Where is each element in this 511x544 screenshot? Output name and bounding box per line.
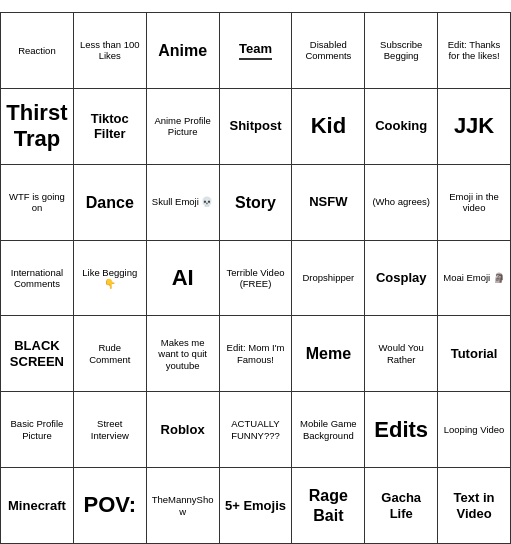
bingo-cell-25[interactable]: Dropshipper: [292, 241, 365, 317]
cell-text-25: Dropshipper: [302, 272, 354, 283]
bingo-cell-1[interactable]: Less than 100 Likes: [74, 13, 147, 89]
bingo-cell-41[interactable]: Looping Video: [438, 392, 511, 468]
bingo-cell-19[interactable]: (Who agrees): [365, 165, 438, 241]
bingo-cell-16[interactable]: Skull Emoji 💀: [147, 165, 220, 241]
cell-text-28: BLACK SCREEN: [4, 338, 70, 369]
cell-text-10: Shitpost: [229, 118, 281, 134]
cell-text-37: Roblox: [161, 422, 205, 438]
cell-text-9: Anime Profile Picture: [150, 115, 216, 138]
cell-text-16: Skull Emoji 💀: [152, 196, 214, 207]
bingo-cell-20[interactable]: Emoji in the video: [438, 165, 511, 241]
cell-text-48: Text in Video: [441, 490, 507, 521]
cell-text-46: Rage Bait: [295, 486, 361, 524]
cell-text-44: TheMannyShow: [150, 494, 216, 517]
bingo-cell-38[interactable]: ACTUALLY FUNNY???: [220, 392, 293, 468]
bingo-cell-45[interactable]: 5+ Emojis: [220, 468, 293, 544]
bingo-cell-33[interactable]: Would You Rather: [365, 316, 438, 392]
bingo-cell-3[interactable]: Team: [220, 13, 293, 89]
cell-text-27: Moai Emoji 🗿: [443, 272, 505, 283]
bingo-cell-31[interactable]: Edit: Mom I'm Famous!: [220, 316, 293, 392]
bingo-cell-21[interactable]: International Comments: [1, 241, 74, 317]
bingo-cell-17[interactable]: Story: [220, 165, 293, 241]
cell-text-45: 5+ Emojis: [225, 498, 286, 514]
cell-text-13: JJK: [454, 113, 494, 139]
bingo-cell-28[interactable]: BLACK SCREEN: [1, 316, 74, 392]
bingo-cell-9[interactable]: Anime Profile Picture: [147, 89, 220, 165]
bingo-cell-46[interactable]: Rage Bait: [292, 468, 365, 544]
cell-text-35: Basic Profile Picture: [4, 418, 70, 441]
bingo-grid: ReactionLess than 100 LikesAnimeTeamDisa…: [0, 12, 511, 544]
bingo-cell-39[interactable]: Mobile Game Background: [292, 392, 365, 468]
cell-text-11: Kid: [311, 113, 346, 139]
bingo-cell-22[interactable]: Like Begging 👇: [74, 241, 147, 317]
bingo-cell-26[interactable]: Cosplay: [365, 241, 438, 317]
cell-text-30: Makes me want to quit youtube: [150, 337, 216, 371]
bingo-cell-6[interactable]: Edit: Thanks for the likes!: [438, 13, 511, 89]
cell-text-15: Dance: [86, 193, 134, 212]
bingo-cell-30[interactable]: Makes me want to quit youtube: [147, 316, 220, 392]
bingo-cell-37[interactable]: Roblox: [147, 392, 220, 468]
bingo-cell-32[interactable]: Meme: [292, 316, 365, 392]
cell-text-34: Tutorial: [451, 346, 498, 362]
cell-text-4: Disabled Comments: [295, 39, 361, 62]
cell-text-1: Less than 100 Likes: [77, 39, 143, 62]
bingo-cell-27[interactable]: Moai Emoji 🗿: [438, 241, 511, 317]
cell-text-41: Looping Video: [444, 424, 505, 435]
cell-text-21: International Comments: [4, 267, 70, 290]
bingo-cell-14[interactable]: WTF is going on: [1, 165, 74, 241]
cell-text-23: AI: [172, 265, 194, 291]
cell-text-36: Street Interview: [77, 418, 143, 441]
bingo-cell-48[interactable]: Text in Video: [438, 468, 511, 544]
bingo-cell-11[interactable]: Kid: [292, 89, 365, 165]
bingo-cell-29[interactable]: Rude Comment: [74, 316, 147, 392]
bingo-cell-4[interactable]: Disabled Comments: [292, 13, 365, 89]
bingo-cell-7[interactable]: Thirst Trap: [1, 89, 74, 165]
bingo-cell-40[interactable]: Edits: [365, 392, 438, 468]
bingo-cell-47[interactable]: Gacha Life: [365, 468, 438, 544]
cell-text-3: Team: [239, 41, 272, 61]
bingo-cell-23[interactable]: AI: [147, 241, 220, 317]
cell-text-17: Story: [235, 193, 276, 212]
cell-text-7: Thirst Trap: [4, 100, 70, 153]
bingo-cell-44[interactable]: TheMannyShow: [147, 468, 220, 544]
bingo-cell-34[interactable]: Tutorial: [438, 316, 511, 392]
cell-text-18: NSFW: [309, 194, 347, 210]
cell-text-43: POV:: [83, 492, 136, 518]
bingo-cell-24[interactable]: Terrible Video (FREE): [220, 241, 293, 317]
cell-text-47: Gacha Life: [368, 490, 434, 521]
cell-text-32: Meme: [306, 344, 351, 363]
cell-text-12: Cooking: [375, 118, 427, 134]
cell-text-24: Terrible Video (FREE): [223, 267, 289, 290]
cell-text-39: Mobile Game Background: [295, 418, 361, 441]
cell-text-33: Would You Rather: [368, 342, 434, 365]
bingo-cell-0[interactable]: Reaction: [1, 13, 74, 89]
cell-text-20: Emoji in the video: [441, 191, 507, 214]
bingo-cell-5[interactable]: Subscribe Begging: [365, 13, 438, 89]
cell-text-38: ACTUALLY FUNNY???: [223, 418, 289, 441]
bingo-cell-15[interactable]: Dance: [74, 165, 147, 241]
cell-text-22: Like Begging 👇: [77, 267, 143, 290]
bingo-cell-13[interactable]: JJK: [438, 89, 511, 165]
bingo-cell-36[interactable]: Street Interview: [74, 392, 147, 468]
bingo-cell-43[interactable]: POV:: [74, 468, 147, 544]
cell-text-31: Edit: Mom I'm Famous!: [223, 342, 289, 365]
cell-text-29: Rude Comment: [77, 342, 143, 365]
bingo-cell-35[interactable]: Basic Profile Picture: [1, 392, 74, 468]
cell-text-26: Cosplay: [376, 270, 427, 286]
bingo-cell-42[interactable]: Minecraft: [1, 468, 74, 544]
cell-text-19: (Who agrees): [372, 196, 430, 207]
cell-text-2: Anime: [158, 41, 207, 60]
title-row: [0, 0, 511, 12]
bingo-cell-10[interactable]: Shitpost: [220, 89, 293, 165]
cell-text-8: Tiktoc Filter: [77, 111, 143, 142]
cell-text-14: WTF is going on: [4, 191, 70, 214]
cell-text-6: Edit: Thanks for the likes!: [441, 39, 507, 62]
cell-text-0: Reaction: [18, 45, 56, 56]
bingo-cell-8[interactable]: Tiktoc Filter: [74, 89, 147, 165]
bingo-cell-18[interactable]: NSFW: [292, 165, 365, 241]
cell-text-42: Minecraft: [8, 498, 66, 514]
bingo-cell-12[interactable]: Cooking: [365, 89, 438, 165]
cell-text-5: Subscribe Begging: [368, 39, 434, 62]
cell-text-40: Edits: [374, 417, 428, 443]
bingo-cell-2[interactable]: Anime: [147, 13, 220, 89]
